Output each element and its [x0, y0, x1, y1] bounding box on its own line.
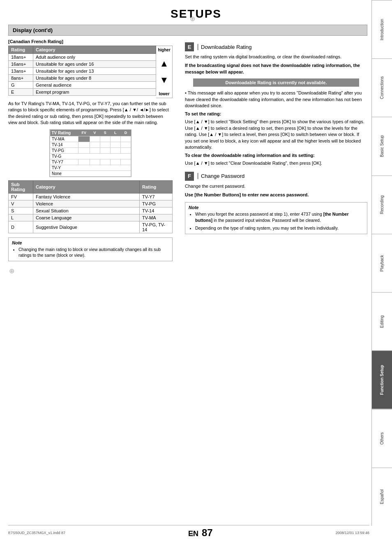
ratings-with-arrow: Rating Category 18ans+ Adult audience on…: [8, 46, 173, 98]
ratings-table-wrap: Rating Category 18ans+ Adult audience on…: [8, 46, 156, 98]
table-row: FV Fantasy Violence TV-Y7: [9, 193, 173, 200]
sidebar-playback: Playback: [372, 234, 392, 292]
canadian-rating-header: [Canadian French Rating]: [8, 39, 173, 44]
tv-rating-row: TV-MA: [50, 136, 131, 142]
body-text-1: As for TV Rating's TV-MA, TV-14, TV-PG, …: [8, 101, 173, 126]
sub-rtg-cell: TV-14: [140, 207, 173, 214]
en-label: EN: [188, 530, 198, 538]
sidebar-others: Others: [372, 409, 392, 467]
table-row: D Suggestive Dialogue TV-PG, TV-14: [9, 221, 173, 233]
table-row: 13ans+ Unsuitable for ages under 13: [9, 68, 156, 75]
empty-cell: [90, 147, 100, 153]
category-cell: General audience: [33, 82, 156, 89]
col-l: L: [110, 130, 120, 136]
empty-cell: [100, 159, 110, 165]
sub-rating-cell: S: [9, 207, 33, 214]
to-clear-text: Use [▲ / ▼] to select "Clear Downloadabl…: [185, 160, 367, 166]
sidebar-function-setup: Function Setup: [372, 350, 392, 409]
bottom-left-text: E7S50UD_ZC357MGX_v1.indd 87: [8, 531, 65, 535]
check-cell: [78, 136, 90, 142]
tv-row-label: TV-14: [50, 142, 78, 147]
empty-cell: [120, 159, 131, 165]
category-cell: Unsuitable for ages under 13: [33, 68, 156, 75]
sub-category-cell: Violence: [33, 200, 140, 207]
sidebar-connections: Connections: [372, 58, 392, 117]
empty-cell: [90, 136, 100, 142]
empty-cell: [100, 147, 110, 153]
section-e-label: E Downloadable Rating: [185, 42, 367, 51]
tv-row-label: TV-PG: [50, 147, 78, 153]
table-row: S Sexual Situation TV-14: [9, 207, 173, 214]
section-f-intro: Change the current password.: [185, 183, 367, 189]
page-number: 87: [202, 527, 213, 539]
note-box-right: Note When you forget the access password…: [185, 202, 367, 234]
category-cell: Unsuitable for ages under 8: [33, 75, 156, 82]
arrow-up-icon: ▲: [160, 59, 169, 68]
empty-cell: [120, 136, 131, 142]
crosshair-top: ⊕: [190, 15, 195, 23]
sidebar-espanol: Español: [372, 467, 392, 526]
table-row: 8ans+ Unsuitable for ages under 8: [9, 75, 156, 82]
sidebar-recording: Recording: [372, 175, 392, 234]
tv-row-label: TV-MA: [50, 136, 78, 142]
lower-label: lower: [159, 92, 169, 96]
tv-rating-row: None: [50, 170, 131, 176]
crosshair-left: ⊕: [9, 267, 14, 275]
col-sub-rating: Sub Rating: [9, 180, 33, 193]
sub-category-cell: Sexual Situation: [33, 207, 140, 214]
section-e-bold: If the broadcasting signal does not have…: [185, 62, 367, 75]
section-e-title: Downloadable Rating: [197, 44, 252, 50]
empty-cell: [110, 142, 120, 147]
rating-cell: 18ans+: [9, 54, 33, 61]
main-content: [Canadian French Rating] Rating Category…: [8, 39, 367, 265]
bottom-right-date: 2008/12/01 13:59:46: [335, 531, 369, 535]
tv-row-label: TV-Y7: [50, 159, 78, 165]
empty-cell: [78, 142, 90, 147]
sub-category-cell: Fantasy Violence: [33, 193, 140, 200]
col-sub-category: Category: [33, 180, 140, 193]
to-set-heading: To set the rating:: [185, 111, 367, 116]
empty-cell: [110, 136, 120, 142]
tv-rating-row: TV-Y7: [50, 159, 131, 165]
tv-rating-row: TV-14: [50, 142, 131, 147]
to-set-text: Use [▲ / ▼] to select "Block Setting" th…: [185, 119, 367, 150]
right-col: E Downloadable Rating Set the rating sys…: [181, 39, 367, 265]
rating-cell: 8ans+: [9, 75, 33, 82]
col-v: V: [90, 130, 100, 136]
category-cell: Exempt program: [33, 89, 156, 96]
tv-row-label: TV-Y: [50, 165, 131, 170]
section-f-letter: F: [185, 172, 194, 181]
col-category: Category: [33, 46, 156, 54]
sidebar-basic-setup: Basic Setup: [372, 117, 392, 175]
sub-rating-table: Sub Rating Category Rating FV Fantasy Vi…: [8, 180, 173, 233]
empty-cell: [90, 159, 100, 165]
arrow-column: higher ▲ ▼ lower: [156, 46, 173, 98]
tv-row-label: TV-G: [50, 153, 131, 159]
canadian-rating-table: Rating Category 18ans+ Adult audience on…: [8, 46, 156, 96]
sub-category-cell: Coarse Language: [33, 214, 140, 221]
empty-cell: [100, 136, 110, 142]
higher-label: higher: [158, 48, 171, 52]
bottom-right-area: EN 87: [188, 527, 213, 539]
tv-rating-title: TV Rating: [50, 130, 78, 136]
empty-cell: [110, 159, 120, 165]
note-title-left: Note: [12, 240, 169, 245]
note-list-right: When you forget the access password at s…: [189, 211, 364, 231]
empty-cell: [110, 147, 120, 153]
empty-cell: [120, 147, 131, 153]
tv-rating-row: TV-Y: [50, 165, 131, 170]
sub-rating-cell: FV: [9, 193, 33, 200]
bottom-bar: E7S50UD_ZC357MGX_v1.indd 87 EN 87 2008/1…: [8, 525, 369, 539]
tv-row-label: None: [50, 170, 131, 176]
page-title: SETUPS: [0, 0, 392, 25]
note-item: Changing the main rating to block or vie…: [18, 246, 169, 258]
empty-cell: [100, 142, 110, 147]
arrow-down-icon: ▼: [160, 76, 169, 85]
left-col: [Canadian French Rating] Rating Category…: [8, 39, 181, 265]
section-f-bold: Use [the Number Buttons] to enter new ac…: [185, 192, 367, 198]
sub-rtg-cell: TV-MA: [140, 214, 173, 221]
col-s: S: [100, 130, 110, 136]
category-cell: Adult audience only: [33, 54, 156, 61]
note-box-left: Note Changing the main rating to block o…: [8, 237, 173, 261]
sub-rtg-cell: TV-PG: [140, 200, 173, 207]
